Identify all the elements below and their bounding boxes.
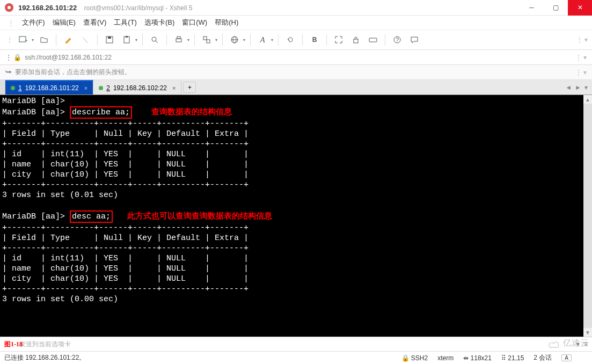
tab-1-num: 1 xyxy=(18,84,22,92)
svg-rect-13 xyxy=(207,40,210,43)
tabs-menu-icon[interactable]: ▾ xyxy=(584,84,588,91)
svg-rect-12 xyxy=(203,37,207,40)
title-path: root@vms001:/var/lib/mysql - Xshell 5 xyxy=(84,4,193,12)
window-title: 192.168.26.101:22 root@vms001:/var/lib/m… xyxy=(18,4,192,12)
close-button[interactable]: ✕ xyxy=(568,0,592,16)
hint-overflow[interactable]: ⋮ ▾ xyxy=(575,69,587,76)
save-icon[interactable] xyxy=(103,33,116,47)
paste-icon[interactable] xyxy=(120,33,134,47)
menu-view[interactable]: 查看(V) xyxy=(83,18,106,27)
menu-file[interactable]: 文件(F) xyxy=(22,18,45,27)
tab-2-num: 2 xyxy=(106,84,110,92)
figure-label: 图1-18 xyxy=(4,340,23,349)
tab-1-close-icon[interactable]: × xyxy=(84,85,87,91)
status-proto: 🔒 SSH2 xyxy=(401,354,428,362)
menu-bar: ⋮ 文件(F) 编辑(E) 查看(V) 工具(T) 选项卡(B) 窗口(W) 帮… xyxy=(0,16,592,30)
lock-icon[interactable] xyxy=(349,33,363,47)
fullscreen-icon[interactable] xyxy=(332,33,346,47)
status-sessions: 2 会话 xyxy=(533,353,552,362)
open-icon[interactable] xyxy=(37,33,51,47)
scroll-down-icon[interactable]: ▼ xyxy=(583,328,592,337)
session-tabs: 1 192.168.26.101:22 × 2 192.168.26.102:2… xyxy=(0,80,592,95)
scroll-up-icon[interactable]: ▲ xyxy=(583,95,592,104)
menu-help[interactable]: 帮助(H) xyxy=(215,18,238,27)
disconnect-icon[interactable]: ＼ xyxy=(78,33,92,47)
chat-icon[interactable] xyxy=(407,33,421,47)
font-icon[interactable]: A xyxy=(255,33,269,47)
app-icon xyxy=(4,3,14,12)
status-cap: A xyxy=(561,354,572,361)
svg-line-9 xyxy=(156,41,158,43)
globe-icon[interactable] xyxy=(228,33,242,47)
printer-icon[interactable] xyxy=(172,33,186,47)
status-connection: 已连接 192.168.26.101:22。 xyxy=(4,353,85,362)
svg-text:?: ? xyxy=(396,37,399,43)
compose-icon[interactable] xyxy=(61,33,75,47)
send-dropdown[interactable]: ▾ xyxy=(576,340,580,348)
maximize-button[interactable]: ▢ xyxy=(544,0,568,16)
svg-rect-17 xyxy=(354,39,358,43)
refresh-icon[interactable] xyxy=(283,33,297,47)
keyboard-icon[interactable] xyxy=(366,33,380,47)
svg-rect-11 xyxy=(177,37,180,39)
address-overflow[interactable]: ⋮ ▾ xyxy=(575,54,587,61)
toolbar-overflow[interactable]: ⋮ ▾ xyxy=(576,36,592,43)
minimize-button[interactable]: ─ xyxy=(520,0,544,16)
tab-add-button[interactable]: + xyxy=(183,82,196,93)
menu-windows[interactable]: 窗口(W) xyxy=(182,18,207,27)
svg-rect-10 xyxy=(176,39,181,42)
scroll-track[interactable] xyxy=(583,104,592,328)
hint-bar: ⮩ 要添加当前会话，点击左侧的箭头按钮。 ⋮ ▾ xyxy=(0,65,592,80)
properties-icon[interactable] xyxy=(200,33,214,47)
help-icon[interactable]: ? xyxy=(390,33,404,47)
tab-2-close-icon[interactable]: × xyxy=(172,85,176,91)
menu-edit[interactable]: 编辑(E) xyxy=(53,18,76,27)
tabs-next-icon[interactable]: ► xyxy=(575,84,581,91)
send-input-row: 图1-18 发送到当前选项卡 ▾ ≡ xyxy=(0,337,592,351)
tab-2-label: 192.168.26.102:22 xyxy=(113,84,167,92)
status-dot-icon xyxy=(11,86,15,90)
tb-handle[interactable]: ⋮ xyxy=(6,36,13,43)
address-url[interactable]: ssh://root@192.168.26.101:22 xyxy=(25,54,572,61)
terminal[interactable]: MariaDB [aa]> MariaDB [aa]> describe aa;… xyxy=(0,95,583,337)
window-controls: ─ ▢ ✕ xyxy=(520,0,592,16)
title-hostport: 192.168.26.101:22 xyxy=(18,4,77,12)
svg-rect-7 xyxy=(126,36,128,38)
svg-rect-18 xyxy=(369,38,377,42)
menu-handle[interactable]: ⋮ xyxy=(8,19,14,27)
address-icon: ⋮ 🔒 xyxy=(5,54,21,61)
bold-icon[interactable]: B xyxy=(308,33,321,47)
status-dot-icon xyxy=(99,86,103,90)
address-bar: ⋮ 🔒 ssh://root@192.168.26.101:22 ⋮ ▾ xyxy=(0,50,592,65)
menu-tools[interactable]: 工具(T) xyxy=(114,18,137,27)
svg-rect-5 xyxy=(108,37,111,39)
terminal-scrollbar[interactable]: ▲ ▼ xyxy=(583,95,592,337)
terminal-area: MariaDB [aa]> MariaDB [aa]> describe aa;… xyxy=(0,95,592,337)
tabs-gutter xyxy=(0,80,5,94)
status-bar: 已连接 192.168.26.101:22。 🔒 SSH2 xterm ⇹ 11… xyxy=(0,351,592,364)
title-bar: 192.168.26.101:22 root@vms001:/var/lib/m… xyxy=(0,0,592,16)
tab-1-label: 192.168.26.101:22 xyxy=(25,84,79,92)
hint-text: 要添加当前会话，点击左侧的箭头按钮。 xyxy=(15,68,131,77)
tab-2[interactable]: 2 192.168.26.102:22 × xyxy=(93,80,181,94)
tabs-nav: ◄ ► ▾ xyxy=(565,80,592,94)
svg-point-8 xyxy=(152,37,156,41)
svg-text:+: + xyxy=(25,38,28,43)
status-size: ⇹ 118x21 xyxy=(463,354,492,362)
tabs-prev-icon[interactable]: ◄ xyxy=(565,84,572,91)
menu-tabs[interactable]: 选项卡(B) xyxy=(144,18,174,27)
toolbar: ⋮ +▾ ＼ ▾ ▾ ▾ ▾ A▾ B ? ⋮ ▾ xyxy=(0,30,592,50)
tab-1[interactable]: 1 192.168.26.101:22 × xyxy=(5,80,93,94)
send-menu-icon[interactable]: ≡ xyxy=(584,340,588,348)
new-session-icon[interactable]: + xyxy=(16,33,30,47)
svg-point-1 xyxy=(8,6,11,9)
hint-arrow-icon[interactable]: ⮩ xyxy=(5,69,12,76)
search-icon[interactable] xyxy=(148,33,162,47)
status-term: xterm xyxy=(437,354,454,362)
lower-panel: 图1-18 发送到当前选项卡 ▾ ≡ 已连接 192.168.26.101:22… xyxy=(0,337,592,364)
send-input[interactable]: 发送到当前选项卡 xyxy=(19,340,71,349)
status-pos: ⠿ 21,15 xyxy=(501,354,524,362)
